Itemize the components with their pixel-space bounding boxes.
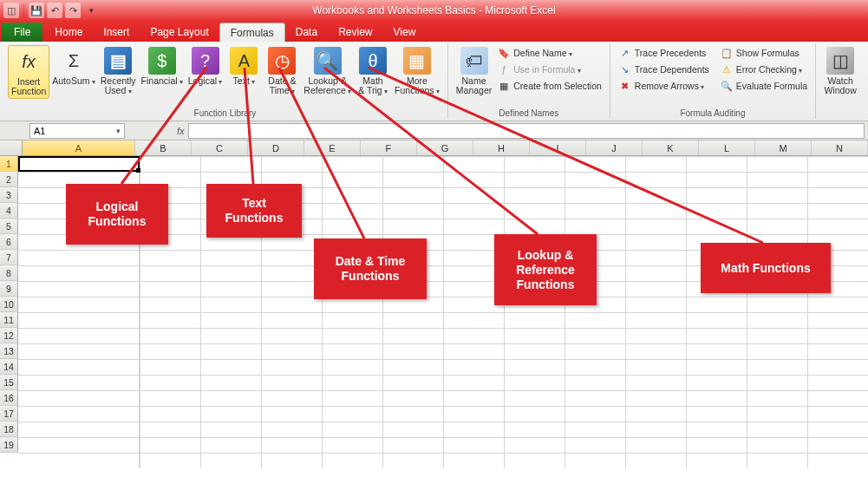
date-time-button[interactable]: ◷ Date & Time	[263, 45, 301, 98]
row-header[interactable]: 14	[0, 359, 18, 375]
theta-icon: θ	[359, 47, 387, 75]
col-header-d[interactable]: D	[248, 140, 304, 155]
sigma-icon: Σ	[60, 47, 88, 75]
row-header[interactable]: 4	[0, 203, 18, 219]
row-header[interactable]: 1	[0, 156, 18, 172]
group-watch: ◫ Watch Window	[816, 43, 865, 119]
show-formulas-button[interactable]: 📋 Show Formulas	[717, 45, 810, 61]
row-header[interactable]: 7	[0, 250, 18, 265]
quick-access-toolbar: ◫ 💾 ↶ ↷ ▾	[0, 3, 99, 18]
row-header[interactable]: 13	[0, 343, 18, 359]
name-manager-button[interactable]: 🏷 Name Manager	[454, 45, 494, 97]
logical-icon: ?	[192, 47, 219, 75]
evaluate-formula-button[interactable]: 🔍 Evaluate Formula	[717, 78, 810, 94]
create-from-selection-button[interactable]: ▦ Create from Selection	[494, 78, 604, 94]
math-trig-button[interactable]: θ Math & Trig	[354, 45, 392, 98]
remove-arrows-button[interactable]: ✖ Remove Arrows	[616, 78, 712, 94]
tab-data[interactable]: Data	[285, 23, 328, 42]
select-all-corner[interactable]	[0, 140, 23, 155]
col-header-j[interactable]: J	[586, 140, 643, 155]
save-icon[interactable]: 💾	[29, 3, 44, 18]
redo-icon[interactable]: ↷	[65, 3, 81, 18]
col-header-h[interactable]: H	[473, 140, 530, 155]
col-header-k[interactable]: K	[643, 140, 699, 155]
row-header[interactable]: 17	[0, 406, 18, 421]
tag-icon: 🏷	[460, 47, 488, 75]
dropdown-icon[interactable]: ▾	[116, 127, 121, 135]
column-headers: A B C D E F G H I J K L M N	[0, 140, 868, 156]
clock-icon: ◷	[268, 47, 296, 75]
group-function-library: fx Insert Function Σ AutoSum ▤ Recently …	[3, 43, 448, 119]
group-formula-auditing: ↗ Trace Precedents ↘ Trace Dependents ✖ …	[610, 43, 816, 119]
tab-view[interactable]: View	[383, 23, 427, 42]
name-box[interactable]: A1 ▾	[29, 123, 125, 139]
group-label: Formula Auditing	[616, 108, 810, 119]
cells-area[interactable]	[18, 156, 868, 468]
ribbon: fx Insert Function Σ AutoSum ▤ Recently …	[0, 42, 868, 121]
trace-dependents-button[interactable]: ↘ Trace Dependents	[616, 62, 712, 77]
define-name-button[interactable]: 🔖 Define Name	[494, 45, 604, 61]
text-icon: A	[230, 47, 258, 75]
formula-input[interactable]	[188, 123, 865, 139]
row-header[interactable]: 18	[0, 421, 18, 437]
col-header-b[interactable]: B	[135, 140, 192, 155]
col-header-n[interactable]: N	[812, 140, 868, 155]
fx-label[interactable]: fx	[177, 126, 185, 136]
row-header[interactable]: 6	[0, 234, 18, 250]
active-cell[interactable]	[18, 156, 140, 172]
row-header[interactable]: 8	[0, 265, 18, 281]
col-header-f[interactable]: F	[361, 140, 417, 155]
window-title: Workbooks and Worksheets Basics - Micros…	[312, 4, 555, 16]
arrow-down-right-icon: ↘	[618, 62, 632, 76]
recently-used-button[interactable]: ▤ Recently Used	[98, 45, 139, 98]
row-header[interactable]: 11	[0, 312, 18, 328]
row-header[interactable]: 19	[0, 437, 18, 453]
tab-home[interactable]: Home	[44, 23, 93, 42]
row-header[interactable]: 2	[0, 172, 18, 187]
row-header[interactable]: 16	[0, 390, 18, 406]
col-header-i[interactable]: I	[530, 140, 586, 155]
title-bar: ◫ 💾 ↶ ↷ ▾ Workbooks and Worksheets Basic…	[0, 0, 868, 21]
tab-review[interactable]: Review	[328, 23, 382, 42]
tab-insert[interactable]: Insert	[93, 23, 140, 42]
group-label: Defined Names	[454, 108, 604, 119]
row-header[interactable]: 12	[0, 328, 18, 343]
col-header-a[interactable]: A	[23, 140, 135, 155]
trace-precedents-button[interactable]: ↗ Trace Precedents	[616, 45, 712, 61]
row-header[interactable]: 15	[0, 375, 18, 390]
arrow-up-right-icon: ↗	[618, 46, 632, 60]
row-headers: 1 2 3 4 5 6 7 8 9 10 11 12 13 14 15 16 1…	[0, 156, 18, 468]
qat-dropdown-icon[interactable]: ▾	[83, 3, 99, 18]
remove-icon: ✖	[618, 79, 632, 93]
magnify-icon: 🔍	[720, 79, 734, 93]
financial-icon: $	[148, 47, 176, 75]
col-header-m[interactable]: M	[755, 140, 812, 155]
autosum-button[interactable]: Σ AutoSum	[49, 45, 97, 88]
tab-file[interactable]: File	[2, 23, 42, 42]
excel-icon[interactable]: ◫	[3, 3, 19, 18]
tab-formulas[interactable]: Formulas	[219, 23, 285, 42]
watch-window-button[interactable]: ◫ Watch Window	[821, 45, 859, 97]
more-icon: ▦	[403, 47, 431, 75]
error-checking-button[interactable]: ⚠ Error Checking	[717, 62, 810, 77]
tab-page-layout[interactable]: Page Layout	[140, 23, 219, 42]
insert-function-button[interactable]: fx Insert Function	[8, 45, 49, 99]
lookup-reference-button[interactable]: 🔍 Lookup & Reference	[301, 45, 354, 98]
group-label: Function Library	[8, 108, 442, 119]
row-header[interactable]: 9	[0, 281, 18, 297]
row-header[interactable]: 5	[0, 219, 18, 234]
more-functions-button[interactable]: ▦ More Functions	[392, 45, 442, 98]
use-in-formula-button[interactable]: ƒ Use in Formula	[494, 62, 604, 77]
col-header-e[interactable]: E	[304, 140, 361, 155]
logical-button[interactable]: ? Logical	[186, 45, 225, 88]
text-button[interactable]: A Text	[225, 45, 263, 88]
col-header-c[interactable]: C	[192, 140, 248, 155]
col-header-l[interactable]: L	[699, 140, 755, 155]
row-header[interactable]: 3	[0, 187, 18, 203]
col-header-g[interactable]: G	[417, 140, 473, 155]
undo-icon[interactable]: ↶	[47, 3, 62, 18]
financial-button[interactable]: $ Financial	[139, 45, 186, 88]
row-header[interactable]: 10	[0, 297, 18, 312]
ribbon-tabs: File Home Insert Page Layout Formulas Da…	[0, 21, 868, 42]
spreadsheet-grid[interactable]: A B C D E F G H I J K L M N 1 2 3 4 5 6 …	[0, 140, 868, 468]
